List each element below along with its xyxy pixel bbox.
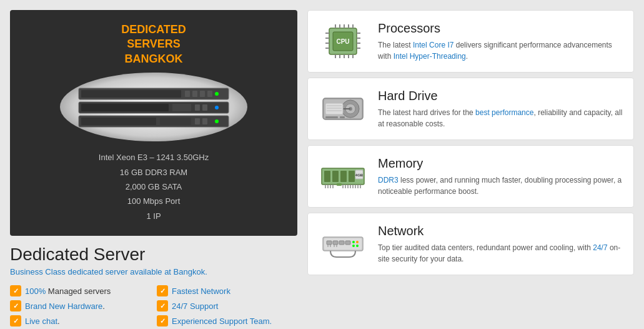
check-icon-fastest-network: ✓ (157, 285, 168, 296)
svg-rect-81 (345, 241, 350, 245)
svg-rect-50 (325, 116, 338, 118)
svg-rect-16 (195, 118, 200, 124)
processors-icon-container: CPU (318, 19, 368, 63)
svg-text:4GB: 4GB (355, 173, 364, 177)
feature-brand-new-text: Brand New Hardware. (25, 301, 105, 311)
svg-rect-12 (215, 106, 219, 109)
features-grid: ✓ 100% Managed servers ✓ Fastest Network… (10, 285, 297, 326)
svg-rect-18 (215, 119, 219, 123)
network-title: Network (378, 224, 623, 238)
hard-drive-title: Hard Drive (378, 89, 623, 103)
svg-rect-6 (215, 92, 219, 96)
feature-experienced: ✓ Experienced Support Team. (157, 315, 297, 326)
left-column: DEDICATED SERVERS BANGKOK (10, 10, 297, 329)
page-title: Dedicated Server (10, 245, 297, 265)
spec-ram: 16 GB DDR3 RAM (22, 165, 285, 180)
feature-experienced-text: Experienced Support Team. (172, 316, 272, 326)
card-network: Network Top tier audited data centers, r… (307, 213, 634, 275)
check-icon-managed: ✓ (10, 285, 21, 296)
feature-live-chat: ✓ Live chat. (10, 315, 151, 326)
svg-rect-4 (200, 91, 205, 97)
processors-body: Processors The latest Intel Core I7 deli… (378, 21, 623, 62)
feature-live-chat-text: Live chat. (25, 316, 60, 326)
card-processors: CPU (307, 10, 634, 73)
spec-storage: 2,000 GB SATA (22, 180, 285, 194)
svg-rect-17 (202, 118, 207, 124)
spec-cpu: Intel Xeon E3 – 1241 3.50GHz (22, 150, 285, 164)
network-icon-container (318, 222, 368, 266)
page-subtitle: Business Class dedicated server availabl… (10, 267, 297, 276)
hard-drive-body: Hard Drive The latest hard drives for th… (378, 89, 623, 129)
svg-rect-11 (202, 104, 207, 111)
spec-ip: 1 IP (22, 209, 285, 223)
feature-fastest-network: ✓ Fastest Network (157, 285, 297, 296)
svg-point-89 (356, 245, 359, 247)
svg-rect-8 (81, 104, 169, 111)
svg-text:CPU: CPU (336, 38, 349, 45)
right-column: CPU (307, 10, 634, 329)
hard-drive-desc: The latest hard drives for the best perf… (378, 107, 623, 129)
network-body: Network Top tier audited data centers, r… (378, 224, 623, 265)
memory-desc: DDR3 less power, and running much faster… (378, 175, 623, 197)
svg-rect-79 (333, 241, 338, 245)
svg-rect-2 (185, 91, 190, 97)
server-image-box: DEDICATED SERVERS BANGKOK (10, 10, 297, 236)
svg-rect-80 (339, 241, 344, 245)
svg-point-87 (356, 241, 359, 243)
page-wrapper: DEDICATED SERVERS BANGKOK (0, 0, 644, 329)
check-icon-brand-new: ✓ (10, 300, 21, 311)
processors-title: Processors (378, 21, 623, 36)
svg-rect-51 (340, 116, 345, 118)
processors-desc: The latest Intel Core I7 delivers signif… (378, 39, 623, 62)
server-image-oval (60, 73, 247, 141)
hdd-icon-container (318, 87, 368, 131)
spec-port: 100 Mbps Port (22, 194, 285, 208)
svg-rect-9 (172, 104, 191, 111)
check-icon-live-chat: ✓ (10, 315, 21, 326)
svg-rect-1 (81, 90, 181, 98)
svg-rect-78 (327, 241, 332, 245)
svg-rect-58 (332, 176, 339, 182)
memory-title: Memory (378, 156, 623, 171)
server-specs: Intel Xeon E3 – 1241 3.50GHz 16 GB DDR3 … (22, 150, 285, 223)
svg-point-86 (352, 241, 355, 243)
svg-rect-3 (192, 91, 197, 97)
feature-managed: ✓ 100% Managed servers (10, 285, 151, 296)
cpu-icon: CPU (318, 19, 368, 63)
network-icon (318, 222, 368, 266)
svg-rect-15 (160, 118, 191, 125)
feature-support-text: 24/7 Support (172, 301, 218, 311)
feature-fastest-network-text: Fastest Network (172, 286, 230, 296)
server-rack-icon (72, 82, 235, 132)
card-memory: 4GB (307, 145, 634, 208)
svg-rect-46 (325, 103, 343, 114)
memory-body: Memory DDR3 less power, and running much… (378, 156, 623, 197)
feature-brand-new: ✓ Brand New Hardware. (10, 300, 151, 311)
ram-icon-container: 4GB (318, 154, 368, 198)
ram-icon: 4GB (318, 154, 368, 198)
svg-rect-60 (349, 176, 355, 182)
hdd-icon (318, 87, 368, 131)
svg-rect-57 (324, 176, 330, 182)
feature-support-247: ✓ 24/7 Support (157, 300, 297, 311)
svg-rect-14 (81, 118, 156, 125)
svg-rect-59 (340, 176, 347, 182)
card-hard-drive: Hard Drive The latest hard drives for th… (307, 78, 634, 140)
svg-rect-5 (207, 91, 212, 97)
svg-point-88 (352, 245, 355, 247)
network-desc: Top tier audited data centers, redundant… (378, 242, 623, 265)
feature-managed-text: 100% Managed servers (25, 286, 111, 296)
svg-rect-63 (337, 183, 342, 186)
check-icon-experienced: ✓ (157, 315, 168, 326)
svg-rect-10 (195, 104, 200, 111)
server-title: DEDICATED SERVERS BANGKOK (22, 23, 285, 66)
check-icon-support: ✓ (157, 300, 168, 311)
